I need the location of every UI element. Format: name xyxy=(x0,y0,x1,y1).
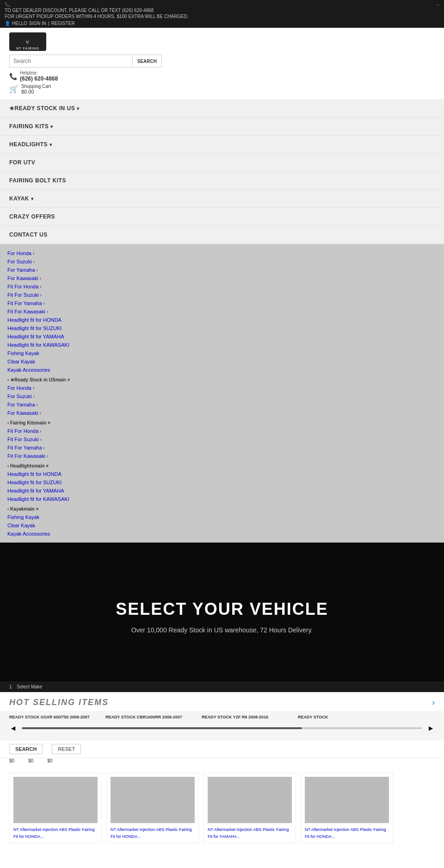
product-image-3 xyxy=(305,777,389,823)
dropdown-link-fit-for-yamaha[interactable]: Fit For Yamaha › xyxy=(7,299,437,307)
search-input[interactable] xyxy=(10,55,132,67)
section-kayak-accessories[interactable]: Kayak Accessories xyxy=(7,530,437,538)
nav-item-contact-us[interactable]: CONTACT US xyxy=(0,226,444,244)
nav-item-crazy-offers[interactable]: CRAZY OFFERS xyxy=(0,208,444,226)
section-ready-suzuki[interactable]: For Suzuki › xyxy=(7,392,437,400)
filter-search-button[interactable]: SEARCH xyxy=(9,744,43,754)
dropdown-link-headlight-honda[interactable]: Headlight fit for HONDA xyxy=(7,316,437,324)
section-fairing-honda[interactable]: Fit For Honda › xyxy=(7,427,437,435)
product-card-1: NT Aftermarket Injection ABS Plastic Fai… xyxy=(106,773,199,843)
section-headlights-suzuki[interactable]: Headlight fit for SUZUKI xyxy=(7,478,437,487)
price-mid: $0 xyxy=(28,758,33,763)
phone-icon: 📞 xyxy=(9,73,17,80)
section-fairing-kawasaki[interactable]: Fit For Kawasaki › xyxy=(7,452,437,460)
section-label: ‹ Headlightsmain × xyxy=(7,463,49,468)
section-headlights-kawasaki[interactable]: Headlight fit for KAWASAKI xyxy=(7,495,437,503)
dropdown-link-for-kawasaki[interactable]: For Kawasaki › xyxy=(7,274,437,282)
nav-label-contact-us: CONTACT US xyxy=(9,231,48,238)
price-max: $0 xyxy=(47,758,52,763)
nav-item-for-utv[interactable]: FOR UTV xyxy=(0,154,444,172)
nav-item-headlights[interactable]: HEADLIGHTS ▾ xyxy=(0,136,444,154)
slider-left-arrow[interactable]: ◀ xyxy=(9,725,17,731)
section-label: ‹ ★Ready Stock in USmain × xyxy=(7,377,70,382)
nav-item-ready-stock[interactable]: ★READY STOCK IN US ▾ xyxy=(0,100,444,118)
price-slider-track[interactable] xyxy=(22,727,422,729)
urgent-note: FOR URGENT PICKUP ORDERS WITHIN 4 HOURS,… xyxy=(5,14,189,19)
dropdown-link-fit-for-suzuki[interactable]: Fit For Suzuki › xyxy=(7,291,437,299)
hero-heading: SELECT YOUR VEHICLE xyxy=(116,599,328,619)
cart-area[interactable]: 🛒 Shopping Cart $0.00 xyxy=(9,84,51,94)
dropdown-label: For Suzuki xyxy=(7,259,32,264)
arrow-icon: › xyxy=(40,293,42,298)
header: 🦅 NT FAIRING SEARCH 📞 Helpline: (626) 62… xyxy=(0,28,444,100)
dropdown-label: Fit For Yamaha xyxy=(7,300,42,306)
search-button[interactable]: SEARCH xyxy=(132,56,161,67)
section-fairing-suzuki[interactable]: Fit For Suzuki › xyxy=(7,435,437,443)
dropdown-link-fit-for-kawasaki[interactable]: Fit For Kawasaki › xyxy=(7,307,437,316)
phone-prompt: TO GET DEALER DISCOUNT, PLEASE CALL OR T… xyxy=(5,8,189,13)
arrow-icon: › xyxy=(40,437,42,442)
arrow-icon: › xyxy=(37,268,38,273)
chevron-down-icon: ▾ xyxy=(49,142,52,147)
hot-selling-arrow[interactable]: › xyxy=(432,698,435,707)
nav-item-fairing-kits[interactable]: FAIRING KITS ▾ xyxy=(0,118,444,136)
account-area: 👤 HELLO SIGN IN | REGISTER xyxy=(5,21,189,26)
product-labels-row: READY STOCK GSXR 600/750 2008-2007 READY… xyxy=(9,711,435,723)
section-fairing-yamaha[interactable]: Fit For Yamaha › xyxy=(7,443,437,452)
section-headlights-honda[interactable]: Headlight fit for HONDA xyxy=(7,470,437,478)
hot-selling-title: HOT SELLING ITEMS xyxy=(9,698,109,707)
nav-item-kayak[interactable]: KAYAK ▾ xyxy=(0,190,444,208)
section-ready-honda[interactable]: For Honda › xyxy=(7,384,437,392)
dropdown-link-headlight-suzuki[interactable]: Headlight fit for SUZUKI xyxy=(7,324,437,332)
dropdown-link-for-honda[interactable]: For Honda › xyxy=(7,249,437,257)
nav-label-fairing-bolt-kits: FAIRING BOLT KITS xyxy=(9,177,66,184)
section-header-fairing: ‹ Fairing Kitsmain × xyxy=(7,419,437,427)
dropdown-link-fit-for-honda[interactable]: Fit For Honda › xyxy=(7,282,437,291)
dropdown-link-for-suzuki[interactable]: For Suzuki › xyxy=(7,257,437,266)
product-label-1: READY STOCK CBR1000RR 2008-2007 xyxy=(105,715,198,719)
product-image-1 xyxy=(111,777,195,823)
breadcrumb: 1 Select Make xyxy=(0,681,444,692)
hero-section: SELECT YOUR VEHICLE Over 10,000 Ready St… xyxy=(0,543,444,681)
logo-wings: 🦅 xyxy=(25,40,31,44)
dropdown-label: Kayak Accessories xyxy=(7,367,50,373)
hot-selling-bar: HOT SELLING ITEMS › xyxy=(0,692,444,711)
arrow-icon: › xyxy=(40,429,41,434)
price-labels: $0 $0 $0 xyxy=(0,758,444,765)
section-kayak-fishing[interactable]: Fishing Kayak xyxy=(7,513,437,521)
hello-label: HELLO xyxy=(12,21,27,26)
dropdown-label: Headlight fit for YAMAHA xyxy=(7,334,64,339)
breadcrumb-step: 1 xyxy=(9,684,12,689)
dropdown-link-fishing-kayak[interactable]: Fishing Kayak xyxy=(7,349,437,357)
section-kayak-clear[interactable]: Clear Kayak xyxy=(7,521,437,530)
price-min: $0 xyxy=(9,758,14,763)
dropdown-link-clear-kayak[interactable]: Clear Kayak xyxy=(7,357,437,366)
nav: ★READY STOCK IN US ▾ FAIRING KITS ▾ HEAD… xyxy=(0,100,444,244)
user-icon: 👤 xyxy=(5,21,10,26)
signin-link[interactable]: SIGN IN xyxy=(29,21,46,26)
dropdown-link-kayak-accessories[interactable]: Kayak Accessories xyxy=(7,366,437,374)
section-ready-yamaha[interactable]: For Yamaha › xyxy=(7,400,437,409)
product-title-0[interactable]: NT Aftermarket Injection ABS Plastic Fai… xyxy=(13,827,94,839)
arrow-icon: › xyxy=(33,386,34,391)
helpline-area: 📞 Helpline: (626) 620-4868 xyxy=(9,70,58,82)
dropdown-label: For Kawasaki xyxy=(7,275,38,281)
nav-label-headlights: HEADLIGHTS xyxy=(9,141,48,148)
register-link[interactable]: REGISTER xyxy=(51,21,75,26)
cart-total: $0.00 xyxy=(21,89,51,94)
product-title-3[interactable]: NT Aftermarket Injection ABS Plastic Fai… xyxy=(305,827,386,839)
dropdown-link-headlight-yamaha[interactable]: Headlight fit for YAMAHA xyxy=(7,332,437,341)
dropdown-link-for-yamaha[interactable]: For Yamaha › xyxy=(7,266,437,274)
section-header-headlights: ‹ Headlightsmain × xyxy=(7,462,437,470)
nav-item-fairing-bolt-kits[interactable]: FAIRING BOLT KITS xyxy=(0,172,444,190)
filter-reset-button[interactable]: RESET xyxy=(52,744,81,754)
logo-area: 🦅 NT FAIRING xyxy=(9,32,46,51)
product-title-2[interactable]: NT Aftermarket Injection ABS Plastic Fai… xyxy=(208,827,289,839)
section-ready-kawasaki[interactable]: For Kawasaki › xyxy=(7,409,437,417)
dropdown-link-headlight-kawasaki[interactable]: Headlight fit for KAWASAKI xyxy=(7,341,437,349)
product-title-1[interactable]: NT Aftermarket Injection ABS Plastic Fai… xyxy=(111,827,191,839)
section-headlights-yamaha[interactable]: Headlight fit for YAMAHA xyxy=(7,487,437,495)
price-slider-fill xyxy=(22,727,302,729)
slider-right-arrow[interactable]: ▶ xyxy=(427,725,435,731)
section-header-ready-stock: ‹ ★Ready Stock in USmain × xyxy=(7,376,437,384)
